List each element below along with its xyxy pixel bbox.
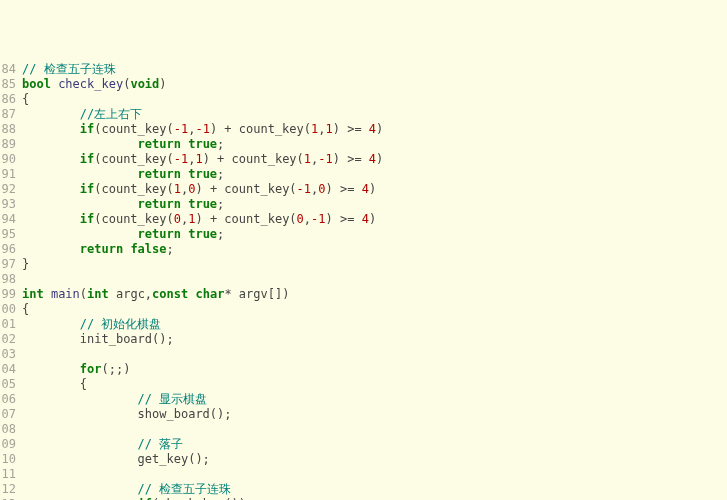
line-number: 03: [0, 347, 18, 362]
line-number: 94: [0, 212, 18, 227]
code-line[interactable]: show_board();: [22, 407, 400, 422]
code-line[interactable]: get_key();: [22, 452, 400, 467]
line-number: 91: [0, 167, 18, 182]
line-number: 06: [0, 392, 18, 407]
code-line[interactable]: [22, 422, 400, 437]
line-number: 96: [0, 242, 18, 257]
line-number: 01: [0, 317, 18, 332]
line-number-gutter: 8485868788899091929394959697989900010203…: [0, 60, 18, 500]
code-viewer: 8485868788899091929394959697989900010203…: [0, 60, 727, 500]
source-code[interactable]: // 检查五子连珠bool check_key(void){ //左上右下 if…: [22, 60, 400, 500]
code-line[interactable]: // 落子: [22, 437, 400, 452]
code-line[interactable]: [22, 347, 400, 362]
line-number: 85: [0, 77, 18, 92]
code-line[interactable]: [22, 467, 400, 482]
line-number: 86: [0, 92, 18, 107]
code-line[interactable]: {: [22, 92, 400, 107]
line-number: 98: [0, 272, 18, 287]
line-number: 99: [0, 287, 18, 302]
code-line[interactable]: init_board();: [22, 332, 400, 347]
code-line[interactable]: // 初始化棋盘: [22, 317, 400, 332]
code-line[interactable]: // 显示棋盘: [22, 392, 400, 407]
line-number: 00: [0, 302, 18, 317]
line-number: 10: [0, 452, 18, 467]
line-number: 04: [0, 362, 18, 377]
code-line[interactable]: }: [22, 257, 400, 272]
line-number: 87: [0, 107, 18, 122]
code-line[interactable]: //左上右下: [22, 107, 400, 122]
code-line[interactable]: // 检查五子连珠: [22, 62, 400, 77]
line-number: 08: [0, 422, 18, 437]
code-line[interactable]: return true;: [22, 227, 400, 242]
code-line[interactable]: return true;: [22, 197, 400, 212]
code-line[interactable]: if(count_key(-1,1) + count_key(1,-1) >= …: [22, 152, 400, 167]
code-line[interactable]: bool check_key(void): [22, 77, 400, 92]
line-number: 11: [0, 467, 18, 482]
code-line[interactable]: {: [22, 302, 400, 317]
line-number: 12: [0, 482, 18, 497]
line-number: 84: [0, 62, 18, 77]
line-number: 09: [0, 437, 18, 452]
code-line[interactable]: int main(int argc,const char* argv[]): [22, 287, 400, 302]
line-number: 88: [0, 122, 18, 137]
code-line[interactable]: {: [22, 377, 400, 392]
code-line[interactable]: if(count_key(1,0) + count_key(-1,0) >= 4…: [22, 182, 400, 197]
code-line[interactable]: return false;: [22, 242, 400, 257]
code-line[interactable]: if(count_key(-1,-1) + count_key(1,1) >= …: [22, 122, 400, 137]
line-number: 89: [0, 137, 18, 152]
code-line[interactable]: for(;;): [22, 362, 400, 377]
code-line[interactable]: return true;: [22, 167, 400, 182]
line-number: 90: [0, 152, 18, 167]
line-number: 02: [0, 332, 18, 347]
line-number: 93: [0, 197, 18, 212]
line-number: 92: [0, 182, 18, 197]
code-line[interactable]: [22, 272, 400, 287]
code-line[interactable]: if(count_key(0,1) + count_key(0,-1) >= 4…: [22, 212, 400, 227]
line-number: 07: [0, 407, 18, 422]
code-line[interactable]: return true;: [22, 137, 400, 152]
line-number: 05: [0, 377, 18, 392]
line-number: 95: [0, 227, 18, 242]
line-number: 97: [0, 257, 18, 272]
code-line[interactable]: // 检查五子连珠: [22, 482, 400, 497]
